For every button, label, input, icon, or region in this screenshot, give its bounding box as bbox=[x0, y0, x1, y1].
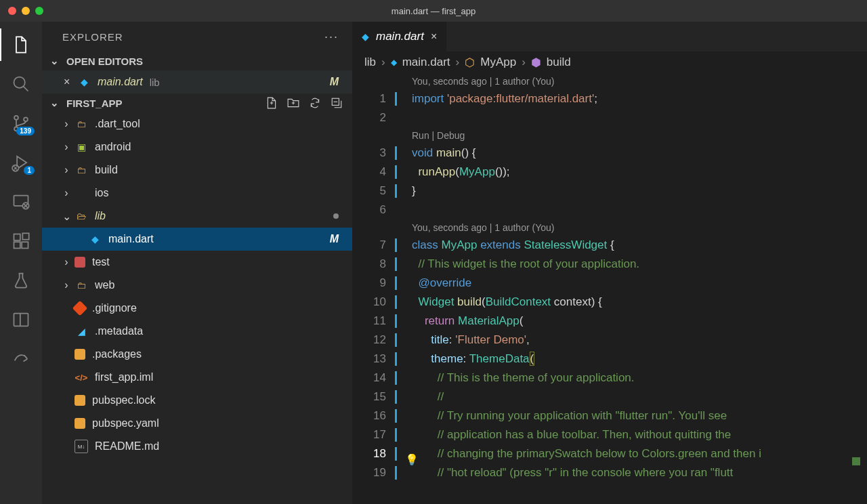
chevron-right-icon: › bbox=[456, 56, 460, 69]
extensions-activity[interactable] bbox=[5, 225, 37, 257]
tree-item-readme[interactable]: M↓README.md bbox=[42, 435, 352, 458]
editor: ◆ main.dart × lib › ◆ main.dart › ⬡ MyAp… bbox=[352, 22, 867, 504]
tree-item-ios[interactable]: ›ios bbox=[42, 182, 352, 205]
tree-item-main-dart[interactable]: ◆main.dartM bbox=[42, 228, 352, 251]
run-debug-activity[interactable]: 1 bbox=[5, 146, 37, 179]
svg-point-0 bbox=[14, 77, 25, 88]
chevron-right-icon: › bbox=[61, 118, 72, 130]
folder-icon: 🗀 bbox=[75, 163, 88, 177]
tree-item-build[interactable]: ›🗀build bbox=[42, 159, 352, 182]
tree-item-pubspec-yaml[interactable]: pubspec.yaml bbox=[42, 412, 352, 435]
tab-main-dart[interactable]: ◆ main.dart × bbox=[352, 22, 447, 51]
refresh-icon[interactable] bbox=[309, 97, 321, 109]
tree-item-gitignore[interactable]: .gitignore bbox=[42, 297, 352, 320]
modified-status: M bbox=[330, 233, 339, 245]
tree-item-android[interactable]: ›▣android bbox=[42, 135, 352, 159]
explorer-sidebar: EXPLORER ··· ⌄ OPEN EDITORS × ◆ main.dar… bbox=[42, 22, 352, 504]
maximize-window-button[interactable] bbox=[35, 7, 43, 15]
code-area[interactable]: You, seconds ago | 1 author (You) 1impor… bbox=[352, 73, 867, 504]
open-editors-header[interactable]: ⌄ OPEN EDITORS bbox=[42, 51, 352, 70]
dart-icon: ◆ bbox=[391, 58, 397, 67]
open-editor-filename: main.dart bbox=[98, 76, 143, 88]
dart-icon: ◆ bbox=[77, 75, 91, 89]
lightbulb-icon[interactable]: 💡 bbox=[405, 453, 419, 466]
flutter-icon: ◢ bbox=[75, 324, 88, 338]
tree-item-dart-tool[interactable]: ›🗀.dart_tool bbox=[42, 112, 352, 135]
folder-open-icon: 🗁 bbox=[75, 209, 88, 223]
traffic-lights bbox=[0, 7, 43, 15]
open-editor-item[interactable]: × ◆ main.dart lib M bbox=[42, 70, 352, 93]
chevron-right-icon: › bbox=[61, 141, 72, 153]
codelens-author[interactable]: You, seconds ago | 1 author (You) bbox=[352, 222, 867, 233]
scm-badge: 139 bbox=[16, 127, 35, 135]
search-activity[interactable] bbox=[5, 68, 37, 100]
tree-item-metadata[interactable]: ◢.metadata bbox=[42, 320, 352, 343]
tree-item-packages[interactable]: .packages bbox=[42, 343, 352, 366]
test-folder-icon bbox=[75, 257, 85, 268]
tree-item-pubspec-lock[interactable]: pubspec.lock bbox=[42, 389, 352, 412]
modified-status: M bbox=[330, 76, 339, 88]
breadcrumb[interactable]: lib › ◆ main.dart › ⬡ MyApp › ⬢ build bbox=[352, 51, 867, 73]
activity-bar: 139 1 bbox=[0, 22, 42, 504]
collapse-icon[interactable] bbox=[331, 97, 343, 109]
tree-item-lib[interactable]: ⌄🗁lib bbox=[42, 205, 352, 228]
open-editor-folder: lib bbox=[150, 77, 160, 88]
close-tab-icon[interactable]: × bbox=[431, 30, 437, 43]
svg-point-2 bbox=[14, 116, 18, 120]
explorer-activity[interactable] bbox=[5, 28, 37, 61]
close-icon[interactable]: × bbox=[64, 76, 77, 88]
svg-rect-14 bbox=[22, 242, 28, 248]
project-actions bbox=[266, 97, 343, 109]
codelens-run-debug[interactable]: Run | Debug bbox=[352, 130, 867, 141]
extensions-icon bbox=[12, 232, 30, 251]
titlebar: main.dart — first_app bbox=[0, 0, 867, 22]
layout-icon bbox=[12, 310, 30, 329]
modified-dot bbox=[333, 213, 339, 219]
svg-point-7 bbox=[14, 167, 17, 169]
new-folder-icon[interactable] bbox=[287, 97, 299, 109]
remote-icon bbox=[12, 192, 30, 211]
chevron-down-icon: ⌄ bbox=[49, 55, 60, 67]
apple-icon bbox=[75, 186, 88, 200]
window-title: main.dart — first_app bbox=[392, 6, 475, 16]
tree-item-web[interactable]: ›🗀web bbox=[42, 274, 352, 297]
feedback-activity[interactable] bbox=[5, 343, 37, 375]
breadcrumb-file[interactable]: main.dart bbox=[402, 56, 450, 69]
search-icon bbox=[12, 75, 30, 93]
git-icon bbox=[72, 301, 88, 316]
tree-item-iml[interactable]: </>first_app.iml bbox=[42, 366, 352, 389]
svg-line-1 bbox=[24, 87, 28, 91]
tree-item-test[interactable]: ›test bbox=[42, 251, 352, 274]
chevron-right-icon: › bbox=[61, 187, 72, 199]
breadcrumb-class[interactable]: MyApp bbox=[480, 56, 516, 69]
close-window-button[interactable] bbox=[8, 7, 16, 15]
new-file-icon[interactable] bbox=[266, 97, 278, 109]
xml-icon: </> bbox=[75, 371, 88, 384]
chevron-right-icon: › bbox=[522, 56, 526, 69]
svg-rect-15 bbox=[22, 233, 28, 239]
chevron-down-icon: ⌄ bbox=[61, 210, 72, 223]
dart-icon: ◆ bbox=[362, 31, 369, 42]
breadcrumb-method[interactable]: build bbox=[547, 56, 571, 69]
minimize-window-button[interactable] bbox=[22, 7, 30, 15]
panel-activity[interactable] bbox=[5, 303, 37, 336]
testing-activity[interactable] bbox=[5, 264, 37, 297]
method-icon: ⬢ bbox=[531, 56, 541, 70]
package-icon bbox=[75, 349, 85, 360]
project-header[interactable]: ⌄ FIRST_APP bbox=[42, 93, 352, 112]
explorer-more-actions[interactable]: ··· bbox=[324, 30, 339, 44]
chevron-right-icon: › bbox=[381, 56, 385, 69]
folder-icon: 🗀 bbox=[75, 278, 88, 292]
yaml-icon bbox=[75, 418, 85, 429]
chevron-right-icon: › bbox=[61, 279, 72, 291]
svg-rect-16 bbox=[14, 314, 28, 327]
share-icon bbox=[12, 350, 30, 369]
class-icon: ⬡ bbox=[465, 56, 475, 70]
minimap-marker bbox=[852, 457, 860, 465]
breadcrumb-lib[interactable]: lib bbox=[364, 56, 376, 69]
codelens-author[interactable]: You, seconds ago | 1 author (You) bbox=[352, 76, 867, 87]
source-control-activity[interactable]: 139 bbox=[5, 107, 37, 140]
folder-icon: 🗀 bbox=[75, 117, 88, 131]
remote-activity[interactable] bbox=[5, 186, 37, 218]
files-icon bbox=[12, 35, 30, 54]
